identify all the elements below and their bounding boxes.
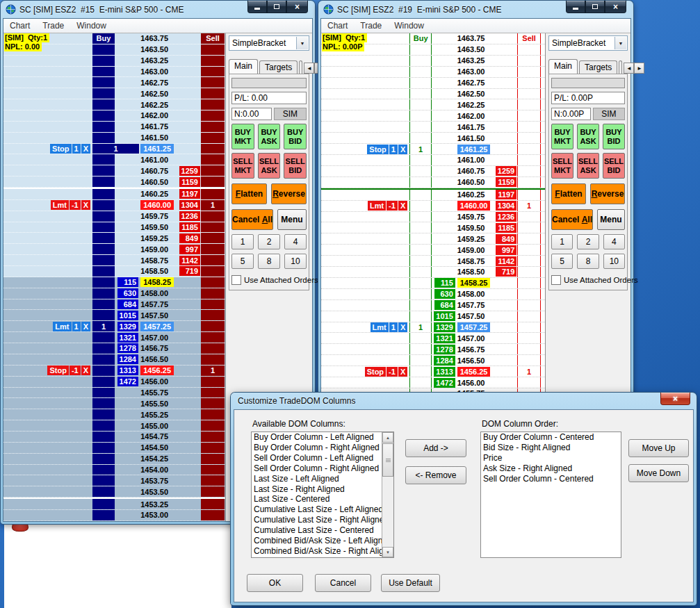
ask-size[interactable]: 849 <box>496 234 516 244</box>
menu-window[interactable]: Window <box>70 19 113 32</box>
ask-size-cell[interactable] <box>175 56 201 66</box>
ask-size[interactable]: 1185 <box>179 222 200 232</box>
price-cell[interactable]: 1455.50 <box>139 398 175 409</box>
list-item[interactable]: Last Size - Left Aligned <box>252 474 382 484</box>
buy-order-cell[interactable] <box>92 398 115 409</box>
qty-5-button[interactable]: 5 <box>231 254 254 269</box>
qty-10-button[interactable]: 10 <box>284 254 307 269</box>
bid-size[interactable]: 1329 <box>117 322 138 331</box>
titlebar[interactable]: SC [SIM] ESZ2 #15 E-mini S&P 500 - CME × <box>3 1 313 18</box>
order-price[interactable]: 1457.25 <box>140 322 174 331</box>
price-value[interactable]: 1456.50 <box>140 355 175 363</box>
ask-size-cell[interactable] <box>491 344 517 354</box>
ask-size[interactable]: 1304 <box>179 200 200 210</box>
price-cell[interactable]: 1461.50 <box>456 133 492 143</box>
bid-size-cell[interactable] <box>115 398 139 409</box>
checkbox-icon[interactable] <box>231 275 241 285</box>
list-item[interactable]: Price <box>481 453 621 463</box>
ask-size-cell[interactable]: 1159 <box>491 177 517 188</box>
bid-size-cell[interactable]: 115 <box>115 277 139 288</box>
price-cell[interactable]: 1458.25 <box>456 278 492 288</box>
buy-order-cell[interactable] <box>92 288 115 299</box>
sell-order-cell[interactable] <box>517 256 541 266</box>
price-value[interactable]: 1454.25 <box>140 454 175 463</box>
close-button[interactable]: × <box>286 1 308 13</box>
sell-order-cell[interactable] <box>517 155 541 165</box>
price-cell[interactable]: 1460.75 <box>456 166 492 176</box>
bid-size-cell[interactable]: 1329 <box>432 322 456 333</box>
order-tag[interactable]: Lmt1X <box>53 322 90 331</box>
sell-order-cell[interactable] <box>201 465 225 475</box>
ask-size-cell[interactable] <box>491 89 517 99</box>
qty-1-button[interactable]: 1 <box>551 234 573 249</box>
sell-order-cell[interactable] <box>517 78 541 88</box>
price-cell[interactable]: 1462.25 <box>456 99 492 110</box>
order-tag[interactable]: Lmt-1X <box>368 201 407 211</box>
buy-order-cell[interactable] <box>92 200 115 211</box>
ask-size[interactable]: 1197 <box>179 189 200 199</box>
bid-size-cell[interactable] <box>432 133 456 143</box>
ask-size[interactable]: 1142 <box>496 256 516 266</box>
cancel-order-button[interactable]: X <box>398 201 407 211</box>
buy-order-cell[interactable] <box>92 88 115 99</box>
sell-mkt-button[interactable]: SELLMKT <box>551 153 573 179</box>
price-value[interactable]: 1453.75 <box>140 477 175 485</box>
bid-size-cell[interactable]: 1278 <box>432 344 456 354</box>
buy-order-cell[interactable] <box>409 289 432 299</box>
sell-order-cell[interactable] <box>517 190 541 200</box>
list-item[interactable]: Cumulative Last Size - Right Aligned <box>252 515 382 525</box>
list-item[interactable]: Cumulative Last Size - Centered <box>252 525 382 536</box>
cancel-order-button[interactable]: X <box>81 322 90 331</box>
ask-size-cell[interactable] <box>175 475 201 486</box>
bid-size[interactable]: 684 <box>117 299 138 309</box>
bid-size-cell[interactable] <box>115 122 139 132</box>
bid-size-cell[interactable] <box>432 56 456 66</box>
bid-size-cell[interactable]: 1313 <box>432 366 456 377</box>
combo-dropdown-icon[interactable]: ▼ <box>614 37 626 49</box>
buy-order-cell[interactable] <box>409 256 432 266</box>
order-tag-qty[interactable]: -1 <box>386 201 398 211</box>
price-value[interactable]: 1462.50 <box>140 90 175 98</box>
flatten-button[interactable]: Flatten <box>231 183 267 204</box>
sell-bid-button[interactable]: SELLBID <box>603 153 625 179</box>
order-tag-qty[interactable]: 1 <box>72 144 81 154</box>
ask-size-cell[interactable]: 1142 <box>491 256 517 266</box>
sell-order-cell[interactable] <box>201 499 225 509</box>
sell-order-cell[interactable] <box>201 409 225 420</box>
last-trade-price[interactable]: 1458.25 <box>457 278 491 288</box>
buy-order-cell[interactable] <box>409 122 432 132</box>
sell-order-cell[interactable] <box>517 122 541 132</box>
price-cell[interactable]: 1455.25 <box>139 409 175 420</box>
price-cell[interactable]: 1461.25 <box>139 144 175 154</box>
ok-button[interactable]: OK <box>247 574 303 592</box>
bid-size-cell[interactable] <box>432 177 456 188</box>
price-cell[interactable]: 1458.00 <box>456 289 492 299</box>
buy-order-cell[interactable] <box>92 165 115 176</box>
buy-order-cell[interactable] <box>92 277 115 288</box>
sell-order-cell[interactable] <box>201 277 225 288</box>
buy-column-header[interactable]: Buy <box>92 33 115 44</box>
sell-order-cell[interactable] <box>517 110 541 121</box>
sell-order-cell[interactable] <box>201 420 225 431</box>
list-item[interactable]: Buy Order Column - Centered <box>481 432 621 443</box>
bid-size[interactable]: 1313 <box>434 367 455 377</box>
buy-order-cell[interactable] <box>92 475 115 486</box>
ask-size-cell[interactable] <box>175 343 201 354</box>
sell-order-cell[interactable] <box>201 321 225 331</box>
price-value[interactable]: 1459.50 <box>457 224 492 232</box>
buy-order-cell[interactable] <box>92 499 115 509</box>
price-cell[interactable]: 1461.50 <box>139 133 175 143</box>
price-cell[interactable]: 1454.50 <box>139 443 175 453</box>
sell-order-cell[interactable] <box>201 233 225 243</box>
ask-size-cell[interactable] <box>491 56 517 66</box>
bid-size-cell[interactable]: 1472 <box>432 377 456 388</box>
buy-order-cell[interactable] <box>409 300 432 311</box>
buy-order-cell[interactable]: 1 <box>92 144 139 154</box>
ask-size-cell[interactable]: 1142 <box>175 255 201 265</box>
order-tag-type[interactable]: Stop <box>367 145 388 154</box>
order-price[interactable]: 1456.25 <box>140 365 174 375</box>
tab-targets[interactable]: Targets <box>579 60 617 74</box>
price-cell[interactable]: 1462.50 <box>139 88 175 99</box>
buy-order-cell[interactable] <box>92 77 115 88</box>
buy-order-cell[interactable] <box>409 267 432 277</box>
